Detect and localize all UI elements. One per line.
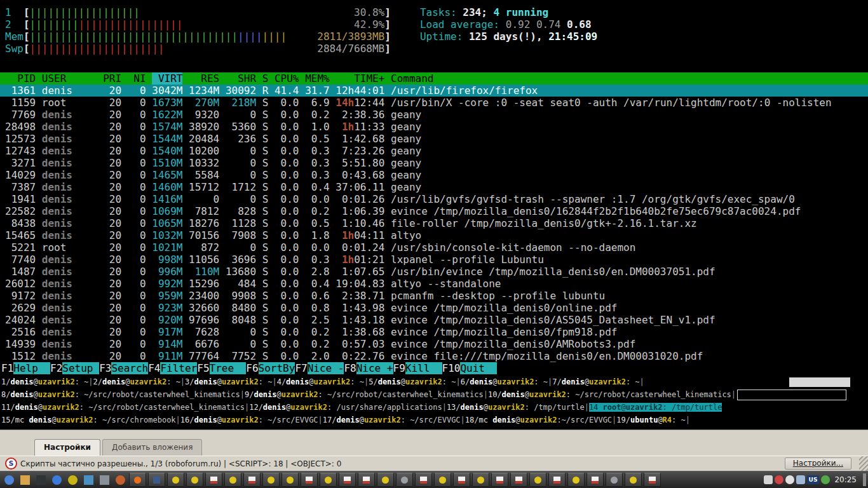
launcher-terminal[interactable]	[34, 473, 48, 487]
screen-window-15[interactable]: 15/mc denis@uzavrik2: ~/src/chromebook	[1, 416, 176, 424]
fkey-nice-[interactable]: F7Nice -	[295, 362, 344, 374]
screen-window-7[interactable]: 7/denis@uzavrik2: ~	[552, 377, 639, 386]
process-row[interactable]: 14939 denis 20 0 914M 6676 0 S 0.0 0.2 0…	[0, 338, 868, 350]
launcher-displays[interactable]	[81, 473, 95, 487]
taskbar-window-button-16[interactable]	[415, 473, 432, 487]
taskbar-window-button-7[interactable]	[243, 473, 261, 487]
fkey-tree[interactable]: F5Tree	[197, 362, 246, 374]
column-header-cpu[interactable]: CPU%	[275, 72, 299, 85]
taskbar-window-button-25[interactable]	[587, 473, 604, 487]
tab-settings[interactable]: Настройки	[34, 439, 100, 456]
screen-window-5[interactable]: 5/denis@uzavrik2: ~	[369, 377, 456, 386]
launcher-screenshot[interactable]	[113, 473, 127, 487]
taskbar-window-button-10[interactable]	[301, 473, 318, 487]
noscript-icon[interactable]: S	[5, 458, 17, 470]
clock[interactable]: 20:25	[834, 475, 857, 484]
taskbar-window-button-20[interactable]	[491, 473, 508, 487]
column-header-pid[interactable]: PID	[5, 72, 36, 85]
process-row[interactable]: 7387 denis 20 0 1460M 15712 1712 S 0.0 0…	[0, 181, 868, 193]
column-header-command[interactable]: Command	[391, 72, 433, 85]
column-header-s[interactable]: S	[262, 72, 269, 85]
tab-add-attachments[interactable]: Добавить вложения	[102, 439, 202, 456]
screen-window-8[interactable]: 8/denis@uzavrik2: ~/src/robot/casterwhee…	[1, 390, 240, 399]
screen-window-12[interactable]: 12/denis@uzavrik2: /usr/share/applicatio…	[249, 403, 442, 412]
screen-window-9[interactable]: 9/denis@uzavrik2: ~/src/robot/casterwhee…	[245, 390, 484, 399]
taskbar-window-button-22[interactable]	[529, 473, 546, 487]
fkey-filter[interactable]: F4Filter	[148, 362, 197, 374]
screen-window-11[interactable]: 11/denis@uzavrik2: ~/src/robot/casterwhe…	[1, 403, 245, 412]
updates-icon[interactable]	[821, 475, 830, 484]
fkey-nice-[interactable]: F8Nice +	[344, 362, 393, 374]
taskbar-window-button-1[interactable]	[129, 473, 146, 487]
taskbar-window-button-12[interactable]	[339, 473, 356, 487]
process-row[interactable]: 5221 root 20 0 1021M 872 0 S 0.0 0.0 0:0…	[0, 241, 868, 254]
column-header-time[interactable]: TIME+	[336, 72, 384, 85]
resize-grip[interactable]	[859, 456, 868, 471]
process-row[interactable]: 1512 denis 20 0 911M 77764 7752 S 0.0 2.…	[0, 350, 868, 362]
process-row[interactable]: 12743 denis 20 0 1540M 10200 0 S 0.0 0.3…	[0, 145, 868, 157]
taskbar-window-button-17[interactable]	[434, 473, 451, 487]
taskbar-window-button-18[interactable]	[453, 473, 470, 487]
column-header-res[interactable]: RES	[189, 72, 219, 85]
process-row[interactable]: 1159 root 20 0 1673M 270M 218M S 0.0 6.9…	[0, 97, 868, 109]
launcher-text-editor[interactable]	[65, 473, 79, 487]
fkey-help[interactable]: F1Help	[1, 362, 50, 374]
taskbar-window-button-15[interactable]	[396, 473, 413, 487]
column-header-pri[interactable]: PRI	[103, 72, 121, 85]
process-row[interactable]: 8438 denis 20 0 1065M 18276 1128 S 0.0 0…	[0, 217, 868, 229]
screen-window-13[interactable]: 13/denis@uzavrik2: /tmp/turtle	[447, 403, 585, 412]
fkey-quit[interactable]: F10Quit	[442, 362, 498, 374]
screen-window-14[interactable]: 14 root@uzavrik2: /tmp/turtle	[589, 403, 722, 412]
screen-window-6[interactable]: 6/denis@uzavrik2: ~	[461, 377, 548, 386]
column-header-virt[interactable]: VIRT	[152, 72, 182, 85]
taskbar-window-button-8[interactable]	[262, 473, 280, 487]
process-row[interactable]: 2516 denis 20 0 917M 7628 0 S 0.0 0.2 1:…	[0, 326, 868, 338]
process-row[interactable]: 3271 denis 20 0 1510M 10332 0 S 0.0 0.3 …	[0, 157, 868, 169]
process-row[interactable]: 28498 denis 20 0 1574M 38920 5360 S 0.0 …	[0, 121, 868, 133]
process-row[interactable]: 26012 denis 20 0 992M 15296 484 S 0.0 0.…	[0, 278, 868, 290]
tray-network-monitor-icon[interactable]	[796, 475, 805, 484]
column-header-user[interactable]: USER	[42, 72, 97, 85]
column-header-ni[interactable]: NI	[128, 72, 146, 85]
process-row[interactable]: 14029 denis 20 0 1465M 5584 0 S 0.0 0.3 …	[0, 169, 868, 181]
taskbar-window-button-28[interactable]	[644, 473, 661, 487]
process-row[interactable]: 1361 denis 20 0 3042M 1234M 30092 R 41.4…	[0, 85, 868, 97]
taskbar-window-button-11[interactable]	[320, 473, 337, 487]
process-row[interactable]: 12573 denis 20 0 1544M 20484 236 S 0.0 0…	[0, 133, 868, 145]
column-header-mem[interactable]: MEM%	[305, 72, 330, 85]
taskbar-window-button-21[interactable]	[510, 473, 527, 487]
process-row[interactable]: 15465 denis 20 0 1032M 70156 7908 S 0.0 …	[0, 229, 868, 241]
keyboard-layout-indicator[interactable]: US	[807, 475, 820, 484]
taskbar-window-button-4[interactable]	[186, 473, 203, 487]
taskbar-window-button-26[interactable]	[606, 473, 623, 487]
column-header-shr[interactable]: SHR	[226, 72, 256, 85]
screen-window-2[interactable]: 2/denis@uzavrik2: ~	[93, 377, 180, 386]
taskbar-window-button-23[interactable]	[548, 473, 566, 487]
screen-window-19[interactable]: 19/ubuntu@R4: ~	[616, 416, 685, 424]
taskbar-window-button-24[interactable]	[567, 473, 585, 487]
show-desktop-strip[interactable]	[863, 473, 866, 486]
taskbar-window-button-27[interactable]	[625, 473, 642, 487]
process-row[interactable]: 24024 denis 20 0 920M 97696 8048 S 0.0 2…	[0, 314, 868, 326]
taskbar-window-button-2[interactable]	[148, 473, 165, 487]
screen-window-3[interactable]: 3/denis@uzavrik2: ~	[185, 377, 272, 386]
process-row[interactable]: 1941 denis 20 0 1416M 0 0 S 0.0 0.0 0:01…	[0, 193, 868, 205]
taskbar-window-button-6[interactable]	[224, 473, 241, 487]
taskbar-window-button-14[interactable]	[377, 473, 394, 487]
process-row[interactable]: 22582 denis 20 0 1069M 7812 828 S 0.0 0.…	[0, 205, 868, 217]
process-row[interactable]: 7740 denis 20 0 998M 11056 3696 S 0.0 0.…	[0, 254, 868, 266]
taskbar-window-button-13[interactable]	[358, 473, 375, 487]
launcher-file-manager[interactable]	[18, 473, 32, 487]
taskbar-window-button-3[interactable]	[167, 473, 184, 487]
fkey-setup[interactable]: F2Setup	[50, 362, 99, 374]
process-row[interactable]: 1487 denis 20 0 996M 110M 13680 S 0.0 2.…	[0, 266, 868, 278]
launcher-lubuntu-menu[interactable]	[2, 473, 16, 487]
noscript-settings-button[interactable]: Настройки...	[785, 458, 851, 470]
fkey-kill[interactable]: F9Kill	[393, 362, 442, 374]
taskbar-window-button-5[interactable]	[205, 473, 222, 487]
taskbar-window-button-19[interactable]	[472, 473, 489, 487]
taskbar-window-button-9[interactable]	[281, 473, 299, 487]
screen-window-16[interactable]: 16/denis@uzavrik2: ~/src/EVVGC	[180, 416, 318, 424]
screen-window-10[interactable]: 10/denis@uzavrik2: ~/src/robot/casterwhe…	[488, 390, 731, 399]
fkey-search[interactable]: F3Search	[99, 362, 148, 374]
